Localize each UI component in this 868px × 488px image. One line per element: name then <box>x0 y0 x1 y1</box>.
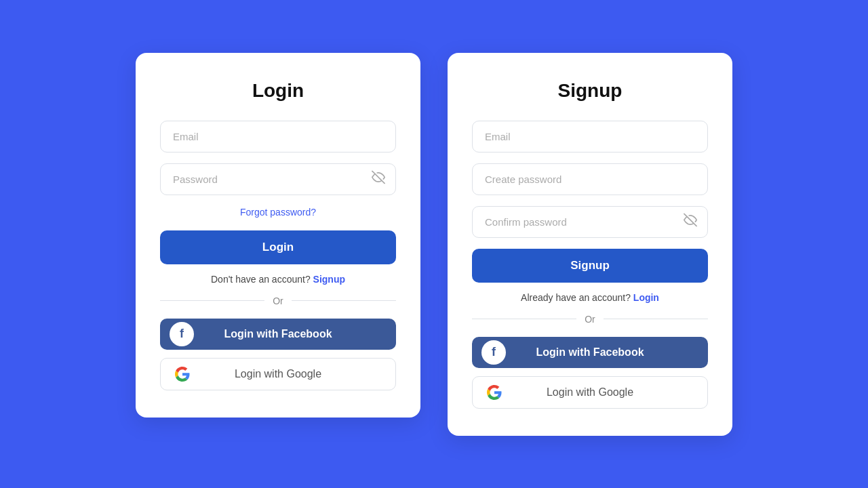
login-password-group <box>160 163 396 195</box>
login-link[interactable]: Login <box>633 292 659 303</box>
signup-confirm-password-group <box>472 206 708 238</box>
forgot-password-link[interactable]: Forgot password? <box>240 207 316 218</box>
login-email-input[interactable] <box>160 121 396 152</box>
divider-right <box>292 300 396 301</box>
have-account-text: Already have an account? Login <box>472 292 708 303</box>
facebook-f-icon: f <box>180 327 184 341</box>
cards-container: Login Forgot password? Login Don't have … <box>136 53 732 436</box>
signup-password-toggle-icon[interactable] <box>684 214 697 230</box>
signup-google-g-icon <box>487 385 502 400</box>
signup-create-password-group <box>472 163 708 195</box>
signup-create-password-input[interactable] <box>472 163 708 195</box>
signup-divider-right <box>604 319 708 319</box>
signup-link[interactable]: Signup <box>313 274 345 285</box>
divider-left <box>160 300 264 301</box>
signup-google-label: Login with Google <box>485 386 695 399</box>
signup-google-icon-wrap <box>482 380 507 405</box>
signup-facebook-button[interactable]: f Login with Facebook <box>472 337 708 368</box>
signup-google-button[interactable]: Login with Google <box>472 376 708 409</box>
login-title: Login <box>160 80 396 102</box>
login-password-input[interactable] <box>160 163 396 195</box>
login-divider: Or <box>160 296 396 306</box>
login-google-button[interactable]: Login with Google <box>160 358 396 390</box>
signup-button[interactable]: Signup <box>472 249 708 283</box>
login-email-group <box>160 121 396 152</box>
signup-facebook-f-icon: f <box>492 345 496 359</box>
google-icon-wrap <box>170 362 195 386</box>
login-or-label: Or <box>273 296 283 306</box>
login-google-label: Login with Google <box>173 368 383 380</box>
login-card: Login Forgot password? Login Don't have … <box>136 53 420 418</box>
signup-divider: Or <box>472 314 708 325</box>
login-button[interactable]: Login <box>160 230 396 264</box>
signup-confirm-password-input[interactable] <box>472 206 708 238</box>
login-password-toggle-icon[interactable] <box>372 171 385 188</box>
signup-facebook-icon-wrap: f <box>481 340 506 365</box>
no-account-text: Don't have an account? Signup <box>160 274 396 285</box>
signup-facebook-label: Login with Facebook <box>484 346 696 359</box>
google-g-icon <box>175 367 190 382</box>
facebook-icon-wrap: f <box>170 322 194 346</box>
signup-title: Signup <box>472 80 708 102</box>
forgot-password-container: Forgot password? <box>160 206 396 218</box>
signup-or-label: Or <box>585 314 595 325</box>
signup-card: Signup Signup Already have an account? L… <box>448 53 732 436</box>
signup-email-input[interactable] <box>472 121 708 152</box>
login-facebook-label: Login with Facebook <box>172 328 384 340</box>
login-facebook-button[interactable]: f Login with Facebook <box>160 319 396 350</box>
signup-divider-left <box>472 319 576 319</box>
signup-email-group <box>472 121 708 152</box>
